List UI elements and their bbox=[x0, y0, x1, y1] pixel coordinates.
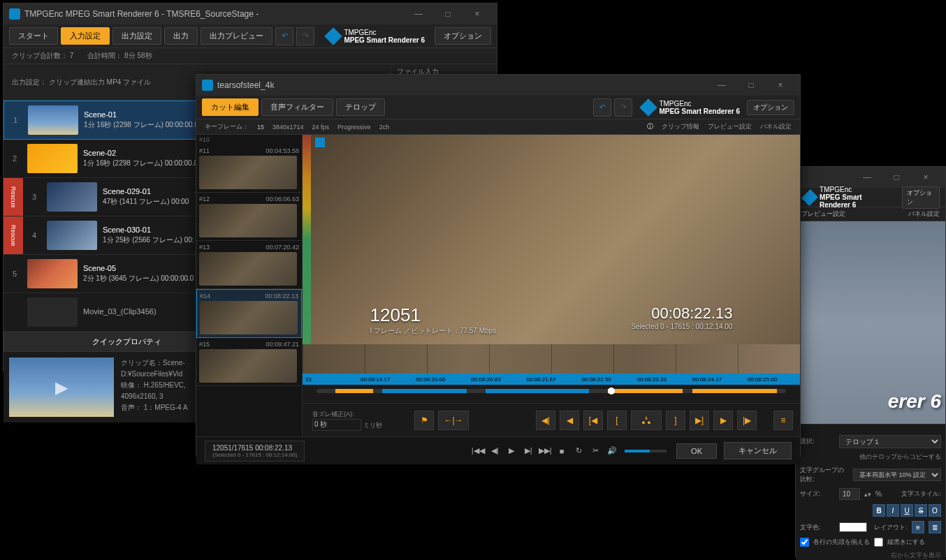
vert-check[interactable] bbox=[874, 538, 883, 547]
frame-number: 12051 bbox=[370, 304, 497, 326]
menu-button[interactable]: ≡ bbox=[773, 411, 793, 430]
maximize-button[interactable]: □ bbox=[737, 76, 765, 94]
speaker-icon[interactable]: 🔊 bbox=[605, 444, 619, 458]
mark-flag-button[interactable]: ⚑ bbox=[414, 411, 434, 430]
thumb-card[interactable]: #1500:09:47.21 bbox=[196, 338, 302, 386]
brand-icon bbox=[640, 98, 657, 116]
telop-select[interactable]: テロップ１ bbox=[839, 435, 941, 448]
clip-thumb bbox=[47, 182, 97, 212]
strike-button[interactable]: S bbox=[915, 504, 927, 517]
layout-btn-2[interactable]: ≣ bbox=[929, 521, 941, 533]
edit-controls: 音ズレ補正(A): ミリ秒 ⚑ ←|→ ◀| ◀ [◀ [ ] ▶] ▶ |▶ … bbox=[303, 403, 800, 436]
close-button[interactable]: × bbox=[766, 76, 794, 94]
preview-settings[interactable]: プレビュー設定 bbox=[801, 209, 845, 219]
thumb-card[interactable]: #1100:04:53.58 bbox=[196, 145, 302, 193]
color-swatch[interactable] bbox=[839, 522, 867, 532]
panel-settings-link[interactable]: パネル設定 bbox=[760, 122, 792, 131]
maximize-button[interactable]: □ bbox=[882, 168, 910, 186]
minimize-button[interactable]: — bbox=[853, 168, 881, 186]
output-setting: 出力設定： クリップ連結出力 MP4 ファイル bbox=[12, 78, 151, 87]
audio-correction: 音ズレ補正(A): ミリ秒 bbox=[310, 407, 392, 434]
layout-btn-1[interactable]: ≡ bbox=[912, 521, 924, 533]
stop-button[interactable]: ■ bbox=[555, 444, 569, 458]
redo-button[interactable]: ↷ bbox=[614, 98, 632, 117]
audio-offset-input[interactable] bbox=[312, 419, 361, 431]
clip-thumb bbox=[27, 144, 78, 173]
play-button[interactable]: ▶ bbox=[504, 444, 518, 458]
clip-thumb bbox=[47, 221, 97, 250]
clip-info-link[interactable]: クリップ情報 bbox=[662, 122, 699, 131]
cancel-button[interactable]: キャンセル bbox=[724, 442, 792, 459]
ok-button[interactable]: OK bbox=[676, 443, 717, 459]
close-button[interactable]: × bbox=[912, 168, 940, 186]
maximize-button[interactable]: □ bbox=[434, 5, 462, 23]
titlebar: tearsofsteel_4k — □ × bbox=[196, 75, 800, 96]
options-button[interactable]: オプション bbox=[435, 27, 491, 45]
mark-out-button[interactable]: ▶] bbox=[690, 411, 709, 430]
copy-from-link[interactable]: 他のテロップからコピーする bbox=[859, 452, 941, 462]
playhead[interactable] bbox=[608, 388, 615, 395]
brand: TMPGEncMPEG Smart Renderer 6 bbox=[642, 100, 740, 115]
bracket-out-button[interactable]: ] bbox=[666, 411, 685, 430]
panel-settings[interactable]: パネル設定 bbox=[908, 209, 940, 219]
italic-button[interactable]: I bbox=[887, 504, 899, 517]
minimize-button[interactable]: — bbox=[405, 5, 432, 23]
telop-properties: 選択:テロップ１ 他のテロップからコピーする 文字グループの比較:基本画面水平 … bbox=[796, 431, 945, 560]
audio-filter-tab[interactable]: 音声フィルター bbox=[261, 98, 333, 116]
goto-end-button[interactable]: |▶ bbox=[737, 411, 757, 430]
thumb-card[interactable]: #1200:06:06.63 bbox=[196, 193, 302, 241]
undo-button[interactable]: ↶ bbox=[275, 27, 293, 45]
range-arrows-button[interactable]: ←|→ bbox=[438, 411, 469, 430]
window-controls: — □ × bbox=[708, 76, 794, 94]
mark-in-button[interactable]: [◀ bbox=[583, 411, 603, 430]
preview-settings-link[interactable]: プレビュー設定 bbox=[708, 122, 752, 131]
window-controls: — □ × bbox=[405, 5, 491, 23]
telop-tab[interactable]: テロップ bbox=[336, 98, 385, 116]
editor-toolbar: カット編集 音声フィルター テロップ ↶ ↷ TMPGEncMPEG Smart… bbox=[196, 96, 800, 119]
align-check[interactable] bbox=[800, 538, 809, 547]
undo-button[interactable]: ↶ bbox=[593, 98, 611, 117]
brand: TMPGEncMPEG Smart Renderer 6 bbox=[804, 186, 892, 209]
output-preview-button[interactable]: 出力プレビュー bbox=[201, 27, 272, 45]
loop-button[interactable]: ↻ bbox=[572, 444, 585, 458]
window-controls: — □ × bbox=[853, 168, 940, 186]
filmstrip[interactable] bbox=[303, 344, 800, 374]
cut-edit-tab[interactable]: カット編集 bbox=[202, 98, 259, 116]
preview-thumb[interactable] bbox=[9, 358, 114, 417]
thumb-card[interactable]: #1400:08:22.13 bbox=[196, 289, 302, 338]
input-settings-button[interactable]: 入力設定 bbox=[61, 27, 110, 45]
minimize-button[interactable]: — bbox=[708, 76, 736, 94]
size-input[interactable] bbox=[839, 488, 860, 500]
step-fwd-button[interactable]: ▶ bbox=[713, 411, 733, 430]
group-select[interactable]: 基本画面水平 10% 設定 bbox=[853, 469, 941, 481]
options-button[interactable]: オプション bbox=[902, 186, 940, 209]
scissors-icon[interactable]: ✂ bbox=[588, 444, 602, 458]
stream-info-bar: キーフレーム： 15 3840x1714 24 fps Progressive … bbox=[196, 119, 800, 135]
underline-button[interactable]: U bbox=[901, 504, 913, 517]
main-toolbar: スタート 入力設定 出力設定 出力 出力プレビュー ↶ ↷ TMPGEncMPE… bbox=[3, 24, 497, 48]
prev-button[interactable]: ◀| bbox=[488, 444, 502, 458]
skip-fwd-button[interactable]: ▶▶| bbox=[538, 444, 552, 458]
preview-area: erer 6 bbox=[796, 221, 945, 424]
telop-window: — □ × TMPGEncMPEG Smart Renderer 6 オプション… bbox=[795, 166, 946, 557]
scrub-bar[interactable] bbox=[303, 385, 800, 403]
output-settings-button[interactable]: 出力設定 bbox=[112, 27, 161, 45]
chapter-thumbs: #10 #1100:04:53.58 #1200:06:06.63 #1300:… bbox=[196, 135, 303, 436]
skip-back-button[interactable]: |◀◀ bbox=[471, 444, 485, 458]
clip-thumb bbox=[27, 297, 78, 327]
outline-button[interactable]: O bbox=[929, 504, 941, 517]
bracket-in-button[interactable]: [ bbox=[607, 411, 627, 430]
options-button[interactable]: オプション bbox=[747, 100, 794, 115]
app-icon bbox=[202, 80, 213, 91]
redo-button[interactable]: ↷ bbox=[296, 27, 314, 45]
step-back-button[interactable]: ◀ bbox=[560, 411, 579, 430]
cut-button[interactable] bbox=[631, 411, 662, 430]
thumb-card[interactable]: #1300:07:20.42 bbox=[196, 241, 302, 289]
output-button[interactable]: 出力 bbox=[164, 27, 198, 45]
close-button[interactable]: × bbox=[463, 5, 491, 23]
next-button[interactable]: ▶| bbox=[521, 444, 535, 458]
brand-icon bbox=[801, 189, 818, 205]
goto-start-button[interactable]: ◀| bbox=[536, 411, 555, 430]
bold-button[interactable]: B bbox=[873, 504, 885, 517]
start-button[interactable]: スタート bbox=[9, 27, 58, 45]
